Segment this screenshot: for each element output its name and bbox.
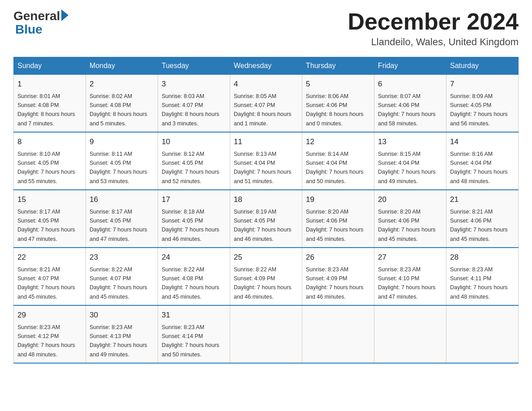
cell-info: Sunrise: 8:20 AMSunset: 4:06 PMDaylight:… — [378, 209, 436, 242]
day-number: 15 — [17, 194, 82, 206]
day-number: 3 — [162, 78, 226, 90]
calendar-cell: 8 Sunrise: 8:10 AMSunset: 4:05 PMDayligh… — [14, 132, 86, 190]
calendar-cell: 24 Sunrise: 8:22 AMSunset: 4:08 PMDaylig… — [158, 248, 230, 305]
calendar-cell: 6 Sunrise: 8:07 AMSunset: 4:06 PMDayligh… — [374, 75, 446, 133]
calendar-cell: 12 Sunrise: 8:14 AMSunset: 4:04 PMDaylig… — [302, 132, 374, 190]
cell-info: Sunrise: 8:14 AMSunset: 4:04 PMDaylight:… — [306, 151, 364, 184]
day-number: 27 — [378, 252, 442, 263]
cell-info: Sunrise: 8:23 AMSunset: 4:14 PMDaylight:… — [162, 324, 219, 358]
calendar-table: Sunday Monday Tuesday Wednesday Thursday… — [13, 57, 519, 364]
cell-info: Sunrise: 8:23 AMSunset: 4:11 PMDaylight:… — [450, 266, 508, 300]
calendar-cell: 15 Sunrise: 8:17 AMSunset: 4:05 PMDaylig… — [14, 190, 86, 248]
cell-info: Sunrise: 8:22 AMSunset: 4:09 PMDaylight:… — [234, 266, 292, 300]
col-sunday: Sunday — [14, 57, 86, 75]
day-number: 18 — [234, 194, 298, 206]
calendar-cell: 29 Sunrise: 8:23 AMSunset: 4:12 PMDaylig… — [14, 305, 86, 363]
calendar-cell: 22 Sunrise: 8:21 AMSunset: 4:07 PMDaylig… — [14, 248, 86, 305]
day-number: 30 — [90, 309, 154, 321]
calendar-cell — [230, 305, 302, 363]
calendar-cell: 20 Sunrise: 8:20 AMSunset: 4:06 PMDaylig… — [374, 190, 446, 248]
day-number: 19 — [306, 194, 370, 206]
cell-info: Sunrise: 8:19 AMSunset: 4:05 PMDaylight:… — [234, 209, 292, 242]
cell-info: Sunrise: 8:18 AMSunset: 4:05 PMDaylight:… — [162, 209, 219, 242]
day-number: 7 — [450, 78, 515, 90]
cell-info: Sunrise: 8:22 AMSunset: 4:08 PMDaylight:… — [162, 266, 219, 300]
calendar-cell: 31 Sunrise: 8:23 AMSunset: 4:14 PMDaylig… — [158, 305, 230, 363]
logo-blue-text: Blue — [15, 22, 43, 37]
calendar-cell: 30 Sunrise: 8:23 AMSunset: 4:13 PMDaylig… — [86, 305, 158, 363]
cell-info: Sunrise: 8:23 AMSunset: 4:10 PMDaylight:… — [378, 266, 436, 300]
cell-info: Sunrise: 8:13 AMSunset: 4:04 PMDaylight:… — [234, 151, 292, 184]
calendar-cell: 7 Sunrise: 8:09 AMSunset: 4:05 PMDayligh… — [446, 75, 519, 133]
cell-info: Sunrise: 8:17 AMSunset: 4:05 PMDaylight:… — [90, 209, 147, 242]
cell-info: Sunrise: 8:09 AMSunset: 4:05 PMDaylight:… — [450, 93, 508, 127]
cell-info: Sunrise: 8:10 AMSunset: 4:05 PMDaylight:… — [17, 151, 75, 184]
day-number: 24 — [162, 252, 226, 263]
cell-info: Sunrise: 8:01 AMSunset: 4:08 PMDaylight:… — [17, 93, 75, 127]
day-number: 13 — [378, 136, 442, 148]
calendar-week-row: 15 Sunrise: 8:17 AMSunset: 4:05 PMDaylig… — [14, 190, 519, 248]
day-number: 6 — [378, 78, 442, 90]
calendar-cell: 16 Sunrise: 8:17 AMSunset: 4:05 PMDaylig… — [86, 190, 158, 248]
calendar-cell: 5 Sunrise: 8:06 AMSunset: 4:06 PMDayligh… — [302, 75, 374, 133]
calendar-cell: 18 Sunrise: 8:19 AMSunset: 4:05 PMDaylig… — [230, 190, 302, 248]
cell-info: Sunrise: 8:11 AMSunset: 4:05 PMDaylight:… — [90, 151, 147, 184]
calendar-week-row: 22 Sunrise: 8:21 AMSunset: 4:07 PMDaylig… — [14, 248, 519, 305]
cell-info: Sunrise: 8:15 AMSunset: 4:04 PMDaylight:… — [378, 151, 436, 184]
day-number: 12 — [306, 136, 370, 148]
calendar-cell: 26 Sunrise: 8:23 AMSunset: 4:09 PMDaylig… — [302, 248, 374, 305]
calendar-week-row: 1 Sunrise: 8:01 AMSunset: 4:08 PMDayligh… — [14, 75, 519, 133]
calendar-cell: 13 Sunrise: 8:15 AMSunset: 4:04 PMDaylig… — [374, 132, 446, 190]
day-number: 1 — [17, 78, 82, 90]
day-number: 14 — [450, 136, 515, 148]
page-header: General Blue December 2024 Llandeilo, Wa… — [13, 9, 519, 48]
cell-info: Sunrise: 8:02 AMSunset: 4:08 PMDaylight:… — [90, 93, 147, 127]
calendar-cell: 10 Sunrise: 8:12 AMSunset: 4:05 PMDaylig… — [158, 132, 230, 190]
col-tuesday: Tuesday — [158, 57, 230, 75]
day-number: 9 — [90, 136, 154, 148]
col-saturday: Saturday — [446, 57, 519, 75]
calendar-cell: 1 Sunrise: 8:01 AMSunset: 4:08 PMDayligh… — [14, 75, 86, 133]
day-number: 11 — [234, 136, 298, 148]
day-number: 21 — [450, 194, 515, 206]
day-number: 17 — [162, 194, 226, 206]
cell-info: Sunrise: 8:21 AMSunset: 4:07 PMDaylight:… — [17, 266, 75, 300]
calendar-week-row: 29 Sunrise: 8:23 AMSunset: 4:12 PMDaylig… — [14, 305, 519, 363]
calendar-cell: 25 Sunrise: 8:22 AMSunset: 4:09 PMDaylig… — [230, 248, 302, 305]
day-number: 22 — [17, 252, 82, 263]
calendar-cell: 23 Sunrise: 8:22 AMSunset: 4:07 PMDaylig… — [86, 248, 158, 305]
cell-info: Sunrise: 8:17 AMSunset: 4:05 PMDaylight:… — [17, 209, 75, 242]
calendar-cell — [374, 305, 446, 363]
col-friday: Friday — [374, 57, 446, 75]
day-number: 8 — [17, 136, 82, 148]
calendar-cell — [302, 305, 374, 363]
calendar-cell: 4 Sunrise: 8:05 AMSunset: 4:07 PMDayligh… — [230, 75, 302, 133]
cell-info: Sunrise: 8:06 AMSunset: 4:06 PMDaylight:… — [306, 93, 364, 127]
logo: General Blue — [13, 9, 85, 37]
logo-general-text: General — [13, 9, 60, 23]
cell-info: Sunrise: 8:21 AMSunset: 4:06 PMDaylight:… — [450, 209, 508, 242]
cell-info: Sunrise: 8:16 AMSunset: 4:04 PMDaylight:… — [450, 151, 508, 184]
calendar-cell: 28 Sunrise: 8:23 AMSunset: 4:11 PMDaylig… — [446, 248, 519, 305]
cell-info: Sunrise: 8:23 AMSunset: 4:13 PMDaylight:… — [90, 324, 147, 358]
location-text: Llandeilo, Wales, United Kingdom — [348, 36, 519, 48]
calendar-cell — [446, 305, 519, 363]
day-number: 5 — [306, 78, 370, 90]
calendar-cell: 19 Sunrise: 8:20 AMSunset: 4:06 PMDaylig… — [302, 190, 374, 248]
day-number: 20 — [378, 194, 442, 206]
calendar-cell: 27 Sunrise: 8:23 AMSunset: 4:10 PMDaylig… — [374, 248, 446, 305]
day-number: 23 — [90, 252, 154, 263]
calendar-cell: 14 Sunrise: 8:16 AMSunset: 4:04 PMDaylig… — [446, 132, 519, 190]
day-number: 4 — [234, 78, 298, 90]
cell-info: Sunrise: 8:22 AMSunset: 4:07 PMDaylight:… — [90, 266, 147, 300]
svg-marker-0 — [61, 9, 69, 21]
title-section: December 2024 Llandeilo, Wales, United K… — [348, 9, 519, 48]
day-number: 29 — [17, 309, 82, 321]
cell-info: Sunrise: 8:03 AMSunset: 4:07 PMDaylight:… — [162, 93, 219, 127]
col-monday: Monday — [86, 57, 158, 75]
day-number: 28 — [450, 252, 515, 263]
day-number: 2 — [90, 78, 154, 90]
calendar-cell: 9 Sunrise: 8:11 AMSunset: 4:05 PMDayligh… — [86, 132, 158, 190]
calendar-cell: 3 Sunrise: 8:03 AMSunset: 4:07 PMDayligh… — [158, 75, 230, 133]
calendar-cell: 21 Sunrise: 8:21 AMSunset: 4:06 PMDaylig… — [446, 190, 519, 248]
